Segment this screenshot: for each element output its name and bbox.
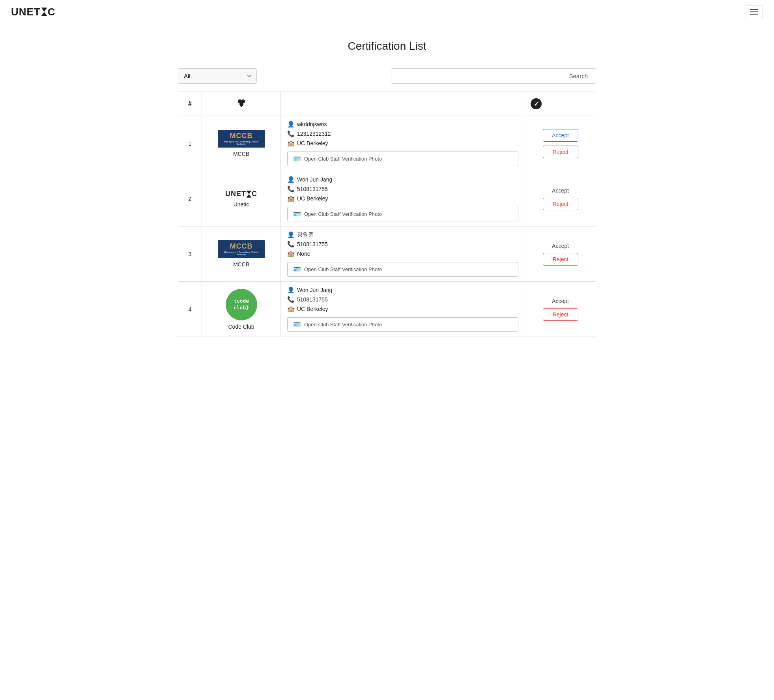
code-club-logo: {code club}	[226, 289, 257, 320]
table-row: 2 UNET C Unetic 👤 Won Ju	[178, 171, 596, 226]
phone-icon: 📞	[287, 185, 295, 193]
school-value: UC Berkeley	[297, 140, 328, 146]
phone-icon: 📞	[287, 241, 295, 248]
svg-marker-9	[247, 194, 251, 197]
info-cell-inner: 👤 Won Jun Jang 📞 5108131755 🏫 UC Berkele…	[287, 176, 518, 221]
header-info	[281, 92, 525, 116]
club-cell-inner: UNET C Unetic	[208, 190, 274, 208]
person-icon: 👤	[287, 231, 295, 238]
reject-button[interactable]: Reject	[543, 198, 578, 210]
mccb-logo: MCCBManagement Consulting Club at Berkel…	[218, 130, 265, 148]
certification-table: # ✓ 1	[178, 92, 596, 337]
phone-row: 📞 5108131755	[287, 241, 518, 248]
table-row: 4 {code club} Code Club 👤 Won Jun Jang 📞…	[178, 282, 596, 337]
open-photo-button[interactable]: 🪪 Open Club Staff Verification Photo	[287, 207, 518, 221]
phone-value: 5108131755	[297, 296, 328, 303]
info-cell-inner: 👤 Won Jun Jang 📞 5108131755 🏫 UC Berkele…	[287, 286, 518, 332]
header-num: #	[178, 92, 202, 116]
hamburger-line-1	[750, 9, 758, 10]
svg-marker-1	[41, 12, 47, 16]
accept-text: Accept	[552, 298, 569, 304]
table-header-row: # ✓	[178, 92, 596, 116]
info-cell: 👤 wkddnjswns 📞 12312312312 🏫 UC Berkeley…	[281, 116, 525, 171]
action-cell: Accept Reject	[531, 129, 589, 158]
table-row: 1 MCCBManagement Consulting Club at Berk…	[178, 116, 596, 171]
person-icon: 👤	[287, 286, 295, 294]
club-cell-inner: MCCBManagement Consulting Club at Berkel…	[208, 130, 274, 157]
row-number: 1	[178, 116, 202, 171]
school-row: 🏫 UC Berkeley	[287, 305, 518, 313]
reject-button[interactable]: Reject	[543, 253, 578, 266]
brand-name-left: UNET	[11, 6, 41, 18]
header-action: ✓	[525, 92, 596, 116]
person-icon: 👤	[287, 121, 295, 128]
clubs-icon	[236, 97, 247, 109]
mccb-logo: MCCBManagement Consulting Club at Berkel…	[218, 240, 265, 258]
club-cell-inner: {code club} Code Club	[208, 289, 274, 330]
search-button[interactable]: Search	[561, 68, 596, 84]
photo-btn-label: Open Club Staff Verification Photo	[304, 156, 382, 162]
name-row: 👤 Won Jun Jang	[287, 286, 518, 294]
school-row: 🏫 UC Berkeley	[287, 140, 518, 147]
id-card-icon: 🪪	[293, 266, 301, 273]
main-content: Certification List All Pending Accepted …	[170, 24, 604, 353]
info-cell: 👤 Won Jun Jang 📞 5108131755 🏫 UC Berkele…	[281, 282, 525, 337]
hamburger-menu-button[interactable]	[745, 6, 763, 18]
school-icon: 🏫	[287, 195, 295, 202]
search-input[interactable]	[391, 68, 561, 84]
action-column: Accept Reject	[525, 171, 596, 226]
open-photo-button[interactable]: 🪪 Open Club Staff Verification Photo	[287, 262, 518, 277]
hamburger-line-3	[750, 14, 758, 15]
search-wrapper: Search	[391, 68, 596, 84]
phone-row: 📞 12312312312	[287, 130, 518, 137]
phone-value: 5108131755	[297, 186, 328, 192]
action-column: Accept Reject	[525, 116, 596, 171]
phone-row: 📞 5108131755	[287, 296, 518, 303]
name-row: 👤 wkddnjswns	[287, 121, 518, 128]
table-row: 3 MCCBManagement Consulting Club at Berk…	[178, 226, 596, 282]
club-cell-inner: MCCBManagement Consulting Club at Berkel…	[208, 240, 274, 268]
name-value: wkddnjswns	[297, 121, 327, 127]
accept-button[interactable]: Accept	[543, 129, 578, 142]
row-number: 2	[178, 171, 202, 226]
school-value: UC Berkeley	[297, 306, 328, 312]
club-cell: UNET C Unetic	[202, 171, 281, 226]
accept-text: Accept	[552, 243, 569, 249]
club-cell: {code club} Code Club	[202, 282, 281, 337]
brand-name-right: C	[48, 6, 56, 18]
phone-value: 5108131755	[297, 241, 328, 247]
info-cell-inner: 👤 wkddnjswns 📞 12312312312 🏫 UC Berkeley…	[287, 121, 518, 166]
name-row: 👤 Won Jun Jang	[287, 176, 518, 183]
hamburger-line-2	[750, 11, 758, 12]
action-cell: Accept Reject	[531, 243, 589, 266]
brand-logo: UNET C	[11, 6, 56, 18]
phone-icon: 📞	[287, 296, 295, 303]
accept-text: Accept	[552, 187, 569, 194]
school-icon: 🏫	[287, 250, 295, 257]
school-value: None	[297, 251, 310, 257]
id-card-icon: 🪪	[293, 155, 301, 163]
id-card-icon: 🪪	[293, 321, 301, 328]
info-cell: 👤 Won Jun Jang 📞 5108131755 🏫 UC Berkele…	[281, 171, 525, 226]
open-photo-button[interactable]: 🪪 Open Club Staff Verification Photo	[287, 317, 518, 332]
school-row: 🏫 UC Berkeley	[287, 195, 518, 202]
club-cell: MCCBManagement Consulting Club at Berkel…	[202, 226, 281, 282]
open-photo-button[interactable]: 🪪 Open Club Staff Verification Photo	[287, 152, 518, 166]
svg-marker-8	[247, 191, 251, 194]
status-filter-select[interactable]: All Pending Accepted Rejected	[178, 68, 257, 84]
name-row: 👤 장원준	[287, 231, 518, 238]
club-name-label: Code Club	[228, 324, 254, 330]
svg-rect-7	[241, 105, 242, 107]
brand-hourglass-icon	[41, 7, 48, 17]
club-name-label: Unetic	[234, 201, 249, 208]
action-cell: Accept Reject	[531, 298, 589, 321]
school-value: UC Berkeley	[297, 195, 328, 202]
school-icon: 🏫	[287, 140, 295, 147]
check-icon: ✓	[531, 98, 542, 109]
header-club	[202, 92, 281, 116]
photo-btn-label: Open Club Staff Verification Photo	[304, 322, 382, 328]
club-cell: MCCBManagement Consulting Club at Berkel…	[202, 116, 281, 171]
club-name-label: MCCB	[233, 151, 249, 157]
reject-button[interactable]: Reject	[543, 308, 578, 321]
reject-button[interactable]: Reject	[543, 146, 578, 158]
